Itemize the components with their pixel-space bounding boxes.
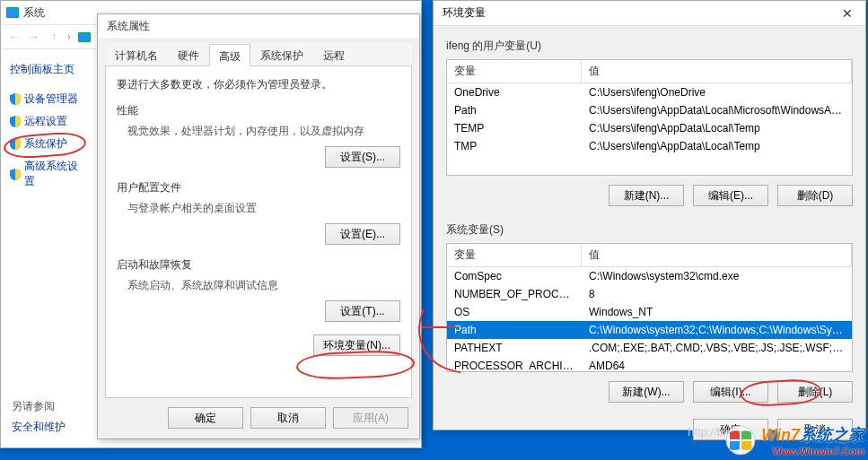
settings-startup-button[interactable]: 设置(T)... xyxy=(325,300,400,322)
cell-name: PROCESSOR_ARCHITECT... xyxy=(447,357,582,372)
group-performance: 性能 视觉效果，处理器计划，内存使用，以及虚拟内存 设置(S)... xyxy=(117,103,400,168)
system-properties-dialog: 系统属性 计算机名 硬件 高级 系统保护 远程 要进行大多数更改，你必须作为管理… xyxy=(97,13,420,439)
group-profile: 用户配置文件 与登录帐户相关的桌面设置 设置(E)... xyxy=(117,180,400,245)
sidebar-item-device-manager[interactable]: 设备管理器 xyxy=(10,88,85,110)
sidebar-item-advanced[interactable]: 高级系统设置 xyxy=(10,155,85,193)
sys-vars-label: 系统变量(S) xyxy=(446,222,853,238)
settings-perf-button[interactable]: 设置(S)... xyxy=(325,146,400,168)
cell-value: C:\Windows\system32;C:\Windows;C:\Window… xyxy=(582,321,852,339)
cell-value: .COM;.EXE;.BAT;.CMD;.VBS;.VBE;.JS;.JSE;.… xyxy=(582,339,852,357)
env-cancel-button[interactable]: 取消 xyxy=(777,419,853,440)
col-name[interactable]: 变量 xyxy=(447,244,582,266)
cell-name: OneDrive xyxy=(447,83,582,101)
sys-edit-button[interactable]: 编辑(I)... xyxy=(693,381,768,403)
shield-icon xyxy=(10,93,21,105)
sys-vars-list[interactable]: 变量 值 ComSpecC:\Windows\system32\cmd.exeN… xyxy=(446,243,853,372)
sidebar-heading[interactable]: 控制面板主页 xyxy=(10,62,85,77)
table-row[interactable]: ComSpecC:\Windows\system32\cmd.exe xyxy=(447,267,852,285)
breadcrumb-sep: › xyxy=(67,30,71,43)
sidebar-item-label: 系统保护 xyxy=(24,136,67,152)
system-settings-title: 系统 xyxy=(23,5,45,21)
nav-back-icon[interactable]: ← xyxy=(8,30,21,43)
sidebar-item-protection[interactable]: 系统保护 xyxy=(10,133,85,155)
cell-value: AMD64 xyxy=(582,357,852,372)
env-titlebar: 环境变量 ✕ xyxy=(434,1,865,26)
monitor-icon xyxy=(6,7,19,18)
cell-name: NUMBER_OF_PROCESSORS xyxy=(447,285,582,303)
sidebar: 控制面板主页 设备管理器 远程设置 系统保护 高级系统设置 xyxy=(1,49,94,447)
system-properties-title: 系统属性 xyxy=(98,14,419,38)
group-title: 用户配置文件 xyxy=(117,180,400,195)
cell-name: Path xyxy=(447,321,582,339)
sys-new-button[interactable]: 新建(W)... xyxy=(609,381,684,403)
cancel-button[interactable]: 取消 xyxy=(250,407,326,429)
table-row[interactable]: PATHEXT.COM;.EXE;.BAT;.CMD;.VBS;.VBE;.JS… xyxy=(447,339,852,357)
cell-value: C:\Users\ifeng\OneDrive xyxy=(582,83,852,101)
sidebar-item-label: 设备管理器 xyxy=(24,91,78,107)
tab-computer-name[interactable]: 计算机名 xyxy=(105,43,168,65)
table-row[interactable]: PathC:\Users\ifeng\AppData\Local\Microso… xyxy=(447,101,852,119)
group-title: 性能 xyxy=(117,103,400,118)
col-value[interactable]: 值 xyxy=(582,244,852,266)
cell-name: Path xyxy=(447,101,582,119)
cell-value: C:\Users\ifeng\AppData\Local\Temp xyxy=(582,137,852,155)
cell-value: C:\Users\ifeng\AppData\Local\Microsoft\W… xyxy=(582,101,852,119)
tabs: 计算机名 硬件 高级 系统保护 远程 xyxy=(105,43,412,66)
table-row[interactable]: OSWindows_NT xyxy=(447,303,852,321)
ok-button[interactable]: 确定 xyxy=(168,407,243,429)
col-value[interactable]: 值 xyxy=(582,60,852,82)
col-name[interactable]: 变量 xyxy=(447,60,582,82)
settings-profile-button[interactable]: 设置(E)... xyxy=(325,223,400,245)
see-also-heading: 另请参阅 xyxy=(12,399,66,414)
breadcrumb-icon xyxy=(78,32,91,42)
nav-up-icon[interactable]: ↑ xyxy=(48,30,60,43)
table-row[interactable]: NUMBER_OF_PROCESSORS8 xyxy=(447,285,852,303)
sidebar-item-label: 远程设置 xyxy=(24,114,67,129)
sidebar-item-remote[interactable]: 远程设置 xyxy=(10,110,85,133)
see-also-link[interactable]: 安全和维护 xyxy=(12,420,66,435)
env-title: 环境变量 xyxy=(443,5,486,21)
shield-icon xyxy=(10,138,21,150)
user-delete-button[interactable]: 删除(D) xyxy=(777,185,853,206)
dialog-footer: 确定 取消 应用(A) xyxy=(98,398,419,438)
user-vars-list[interactable]: 变量 值 OneDriveC:\Users\ifeng\OneDrivePath… xyxy=(446,59,853,176)
tab-remote[interactable]: 远程 xyxy=(313,43,355,65)
tab-hardware[interactable]: 硬件 xyxy=(168,43,209,65)
table-row[interactable]: TMPC:\Users\ifeng\AppData\Local\Temp xyxy=(447,137,852,155)
user-edit-button[interactable]: 编辑(E)... xyxy=(693,185,768,206)
env-vars-dialog: 环境变量 ✕ ifeng 的用户变量(U) 变量 值 OneDriveC:\Us… xyxy=(433,0,866,430)
cell-name: OS xyxy=(447,303,582,321)
table-row[interactable]: TEMPC:\Users\ifeng\AppData\Local\Temp xyxy=(447,119,852,137)
cell-name: PATHEXT xyxy=(447,339,582,357)
sys-delete-button[interactable]: 删除(L) xyxy=(777,381,853,403)
group-desc: 与登录帐户相关的桌面设置 xyxy=(117,201,400,216)
group-startup: 启动和故障恢复 系统启动、系统故障和调试信息 设置(T)... xyxy=(117,257,400,322)
shield-icon xyxy=(10,116,21,127)
cell-value: 8 xyxy=(582,285,852,303)
cell-name: TMP xyxy=(447,137,582,155)
tab-protection[interactable]: 系统保护 xyxy=(250,43,313,65)
shield-icon xyxy=(10,169,21,180)
sidebar-item-label: 高级系统设置 xyxy=(24,159,85,189)
env-vars-button[interactable]: 环境变量(N)... xyxy=(313,334,400,356)
table-row[interactable]: PROCESSOR_ARCHITECT...AMD64 xyxy=(447,357,852,372)
sidebar-see-also: 另请参阅 安全和维护 xyxy=(12,399,66,435)
user-vars-label: ifeng 的用户变量(U) xyxy=(446,39,853,54)
tab-advanced[interactable]: 高级 xyxy=(209,44,250,66)
advanced-tab-body: 要进行大多数更改，你必须作为管理员登录。 性能 视觉效果，处理器计划，内存使用，… xyxy=(105,66,412,398)
table-row[interactable]: PathC:\Windows\system32;C:\Windows;C:\Wi… xyxy=(447,321,852,339)
group-desc: 视觉效果，处理器计划，内存使用，以及虚拟内存 xyxy=(117,124,400,139)
nav-forward-icon[interactable]: → xyxy=(28,30,40,43)
cell-value: C:\Users\ifeng\AppData\Local\Temp xyxy=(582,119,852,137)
env-ok-button[interactable]: 确定 xyxy=(693,419,768,440)
cell-name: TEMP xyxy=(447,119,582,137)
cell-name: ComSpec xyxy=(447,267,582,285)
table-row[interactable]: OneDriveC:\Users\ifeng\OneDrive xyxy=(447,83,852,101)
apply-button: 应用(A) xyxy=(333,407,408,429)
cell-value: Windows_NT xyxy=(582,303,852,321)
user-new-button[interactable]: 新建(N)... xyxy=(609,185,684,206)
group-desc: 系统启动、系统故障和调试信息 xyxy=(117,278,400,293)
list-header: 变量 值 xyxy=(447,60,852,83)
sys-btn-bar: 新建(W)... 编辑(I)... 删除(L) xyxy=(446,381,853,403)
close-icon[interactable]: ✕ xyxy=(838,6,856,21)
